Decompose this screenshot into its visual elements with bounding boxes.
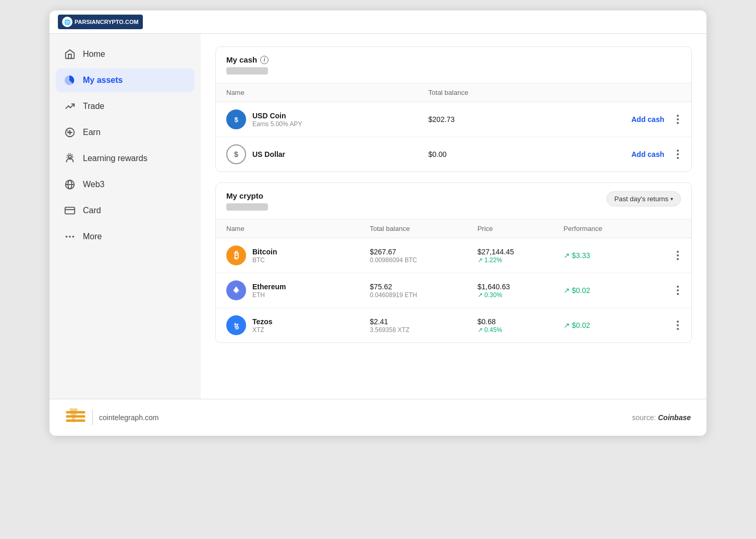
sidebar-item-learning-rewards[interactable]: Learning rewards bbox=[56, 146, 194, 170]
eth-balance-sub: 0.04608919 ETH bbox=[370, 291, 477, 299]
usdc-asset-info: $ USD Coin Earns 5.00% APY bbox=[226, 109, 429, 129]
xtz-balance: $2.41 bbox=[370, 317, 477, 326]
usd-asset-info: $ US Dollar bbox=[226, 144, 429, 164]
crypto-section-header: My crypto Past day's returns ▾ bbox=[216, 183, 691, 219]
crypto-section-title: My crypto bbox=[226, 191, 263, 200]
chevron-down-icon: ▾ bbox=[670, 196, 673, 202]
xtz-asset-info: ꜩ Tezos XTZ bbox=[226, 315, 370, 335]
home-icon bbox=[64, 48, 76, 60]
table-row: Ethereum ETH $75.62 0.04608919 ETH $1,64… bbox=[216, 273, 691, 308]
usdc-actions: Add cash bbox=[580, 113, 681, 126]
btc-icon: ₿ bbox=[226, 246, 246, 265]
pie-chart-icon bbox=[64, 75, 76, 86]
crypto-col-name: Name bbox=[226, 225, 370, 232]
trade-icon bbox=[64, 101, 76, 112]
usdc-menu-button[interactable] bbox=[675, 113, 681, 126]
usd-balance: $0.00 bbox=[429, 150, 580, 158]
footer-source: source: Coinbase bbox=[632, 413, 691, 422]
footer-source-name: Coinbase bbox=[658, 413, 691, 422]
more-icon bbox=[64, 231, 76, 242]
sidebar-item-home[interactable]: Home bbox=[56, 42, 194, 66]
sidebar-item-learning-label: Learning rewards bbox=[83, 154, 148, 163]
svg-point-13 bbox=[72, 236, 75, 238]
eth-icon bbox=[226, 280, 246, 300]
xtz-balance-sub: 3.569358 XTZ bbox=[370, 326, 477, 334]
main-content: My cash i Name Total balance $ bbox=[201, 34, 706, 399]
eth-price: $1,640.63 bbox=[478, 283, 564, 291]
usdc-icon: $ bbox=[226, 109, 246, 129]
usd-add-cash-button[interactable]: Add cash bbox=[627, 148, 668, 161]
sidebar-item-my-assets-label: My assets bbox=[83, 76, 123, 85]
cash-section: My cash i Name Total balance $ bbox=[215, 46, 692, 172]
btc-asset-info: ₿ Bitcoin BTC bbox=[226, 246, 370, 265]
learning-icon bbox=[64, 153, 76, 164]
btc-balance-sub: 0.00986094 BTC bbox=[370, 256, 477, 264]
svg-rect-9 bbox=[65, 207, 75, 214]
cash-col-action bbox=[580, 89, 681, 96]
sidebar-item-earn[interactable]: % Earn bbox=[56, 120, 194, 144]
past-returns-filter-button[interactable]: Past day's returns ▾ bbox=[606, 191, 681, 206]
eth-name: Ethereum bbox=[252, 283, 286, 291]
footer-domain: cointelegraph.com bbox=[99, 413, 158, 422]
btc-menu-button[interactable] bbox=[675, 249, 681, 262]
usd-icon: $ bbox=[226, 144, 246, 164]
sidebar-item-home-label: Home bbox=[83, 50, 105, 59]
eth-symbol: ETH bbox=[252, 291, 286, 299]
xtz-symbol: XTZ bbox=[252, 326, 273, 334]
sidebar-item-web3[interactable]: Web3 bbox=[56, 173, 194, 197]
table-row: ꜩ Tezos XTZ $2.41 3.569358 XTZ $0.68 ↗ 0… bbox=[216, 308, 691, 342]
cash-section-title: My cash bbox=[226, 55, 257, 64]
site-logo: 🌐 PARSIANCRYPTO.COM bbox=[58, 15, 143, 29]
btc-price: $27,144.45 bbox=[478, 248, 564, 256]
sidebar-item-trade-label: Trade bbox=[83, 102, 104, 111]
cash-table-header: Name Total balance bbox=[216, 83, 691, 102]
btc-name: Bitcoin bbox=[252, 248, 277, 256]
cash-col-balance: Total balance bbox=[429, 89, 580, 96]
svg-point-11 bbox=[66, 236, 68, 238]
eth-menu-button[interactable] bbox=[675, 284, 681, 297]
xtz-price: $0.68 bbox=[478, 317, 564, 326]
btc-performance: ↗ $3.33 bbox=[564, 251, 650, 260]
table-row: ₿ Bitcoin BTC $267.67 0.00986094 BTC $27… bbox=[216, 238, 691, 273]
sidebar-item-web3-label: Web3 bbox=[83, 180, 105, 189]
web3-icon bbox=[64, 179, 76, 190]
sidebar-item-card[interactable]: Card bbox=[56, 199, 194, 223]
xtz-name: Tezos bbox=[252, 317, 273, 326]
crypto-col-actions bbox=[650, 225, 681, 232]
usdc-add-cash-button[interactable]: Add cash bbox=[627, 113, 668, 126]
xtz-menu-button[interactable] bbox=[675, 318, 681, 332]
xtz-price-change: ↗ 0.45% bbox=[478, 326, 564, 334]
usdc-name: USD Coin bbox=[252, 112, 302, 120]
btc-price-change: ↗ 1.22% bbox=[478, 256, 564, 264]
sidebar-item-trade[interactable]: Trade bbox=[56, 94, 194, 118]
eth-asset-info: Ethereum ETH bbox=[226, 280, 370, 300]
sidebar-item-more-label: More bbox=[83, 232, 102, 241]
xtz-icon: ꜩ bbox=[226, 315, 246, 335]
cash-info-icon[interactable]: i bbox=[260, 56, 269, 64]
btc-symbol: BTC bbox=[252, 256, 277, 264]
usd-actions: Add cash bbox=[580, 148, 681, 161]
usdc-subtitle: Earns 5.00% APY bbox=[252, 120, 302, 128]
table-row: $ USD Coin Earns 5.00% APY $202.73 Add c… bbox=[216, 102, 691, 137]
sidebar-item-more[interactable]: More bbox=[56, 225, 194, 249]
usd-menu-button[interactable] bbox=[675, 148, 681, 161]
earn-icon: % bbox=[64, 127, 76, 138]
svg-point-12 bbox=[69, 236, 71, 238]
sidebar-item-my-assets[interactable]: My assets bbox=[56, 68, 194, 92]
sidebar-item-earn-label: Earn bbox=[83, 128, 101, 137]
sidebar-item-card-label: Card bbox=[83, 206, 101, 215]
card-icon bbox=[64, 205, 76, 216]
footer-logo-icon bbox=[65, 408, 86, 427]
svg-point-4 bbox=[68, 155, 71, 158]
crypto-blurred-balance bbox=[226, 203, 268, 211]
crypto-col-balance: Total balance bbox=[370, 225, 477, 232]
usd-name: US Dollar bbox=[252, 150, 285, 158]
cash-blurred-balance bbox=[226, 67, 268, 75]
crypto-table-header: Name Total balance Price Performance bbox=[216, 219, 691, 238]
eth-price-change: ↗ 0.30% bbox=[478, 291, 564, 299]
svg-text:%: % bbox=[67, 129, 71, 135]
cash-col-name: Name bbox=[226, 89, 429, 96]
crypto-col-performance: Performance bbox=[564, 225, 650, 232]
btc-balance: $267.67 bbox=[370, 248, 477, 256]
crypto-section: My crypto Past day's returns ▾ Name Tota… bbox=[215, 182, 692, 343]
